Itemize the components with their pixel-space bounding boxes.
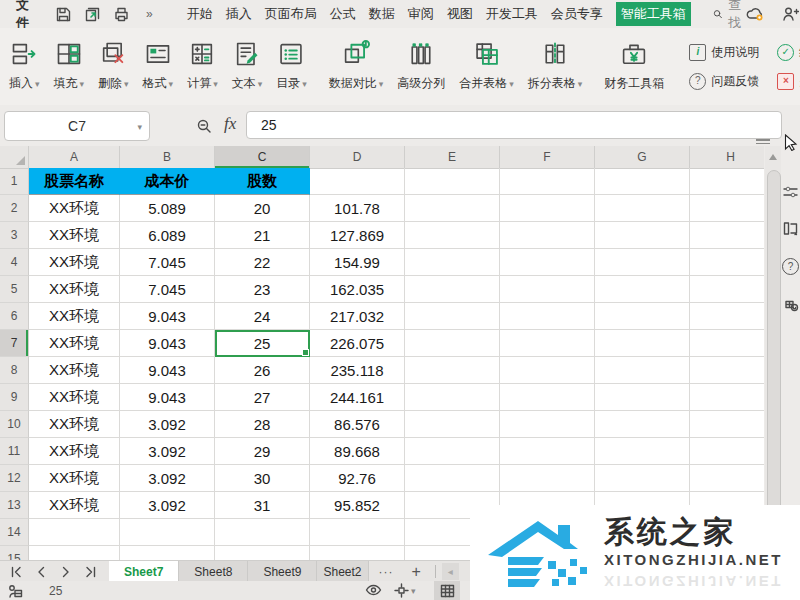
cell-A12[interactable]: XX环境 (29, 465, 120, 492)
first-sheet-icon[interactable] (10, 566, 22, 578)
split-handle[interactable] (756, 139, 770, 144)
column-header-c[interactable]: C (215, 146, 310, 169)
cell-H12[interactable] (690, 465, 764, 492)
column-header-e[interactable]: E (405, 146, 500, 169)
cell-F11[interactable] (500, 438, 595, 465)
tab-formulas[interactable]: 公式 (330, 5, 356, 23)
row-header-10[interactable]: 10 (0, 411, 29, 438)
cell-H6[interactable] (690, 303, 764, 330)
cell-D10[interactable]: 86.576 (310, 411, 405, 438)
row-header-1[interactable]: 1 (0, 168, 29, 195)
cell-E4[interactable] (405, 249, 500, 276)
cell-H1[interactable] (690, 168, 764, 195)
cell-F3[interactable] (500, 222, 595, 249)
name-box[interactable]: C7 ▾ (4, 111, 150, 141)
cell-A15[interactable] (29, 546, 120, 560)
cell-A4[interactable]: XX环境 (29, 249, 120, 276)
cell-C1[interactable]: 股数 (215, 168, 310, 195)
tab-smart-toolbox[interactable]: 智能工具箱 (616, 2, 691, 26)
cell-B3[interactable]: 6.089 (120, 222, 215, 249)
cell-G2[interactable] (595, 195, 690, 222)
cell-B2[interactable]: 5.089 (120, 195, 215, 222)
cell-G9[interactable] (595, 384, 690, 411)
toc-button[interactable]: 目录▾ (269, 28, 314, 105)
cell-D4[interactable]: 154.99 (310, 249, 405, 276)
cell-B5[interactable]: 7.045 (120, 276, 215, 303)
cell-E5[interactable] (405, 276, 500, 303)
cell-G12[interactable] (595, 465, 690, 492)
tab-split-handle[interactable] (435, 565, 436, 578)
cell-H10[interactable] (690, 411, 764, 438)
column-header-f[interactable]: F (500, 146, 595, 169)
cell-D6[interactable]: 217.032 (310, 303, 405, 330)
format-button[interactable]: 格式▾ (136, 28, 181, 105)
cell-C2[interactable]: 20 (215, 195, 310, 222)
print-icon[interactable] (113, 6, 130, 23)
cell-A5[interactable]: XX环境 (29, 276, 120, 303)
cell-G3[interactable] (595, 222, 690, 249)
cell-D11[interactable]: 89.668 (310, 438, 405, 465)
row-header-14[interactable]: 14 (0, 519, 29, 546)
cell-A13[interactable]: XX环境 (29, 492, 120, 519)
cell-G4[interactable] (595, 249, 690, 276)
cell-F2[interactable] (500, 195, 595, 222)
quick-access-overflow[interactable]: » (146, 7, 153, 21)
row-header-5[interactable]: 5 (0, 276, 29, 303)
row-header-13[interactable]: 13 (0, 492, 29, 519)
cell-B1[interactable]: 成本价 (120, 168, 215, 195)
cell-E8[interactable] (405, 357, 500, 384)
row-header-8[interactable]: 8 (0, 357, 29, 384)
row-header-11[interactable]: 11 (0, 438, 29, 465)
sheet-tab-sheet9[interactable]: Sheet9 (248, 561, 317, 582)
column-header-b[interactable]: B (120, 146, 215, 169)
help-guide-button[interactable]: i使用说明 (689, 44, 759, 61)
stamp-tool-icon[interactable] (783, 297, 799, 312)
cell-B12[interactable]: 3.092 (120, 465, 215, 492)
cell-A6[interactable]: XX环境 (29, 303, 120, 330)
cell-D7[interactable]: 226.075 (310, 330, 405, 357)
cell-E10[interactable] (405, 411, 500, 438)
cell-G8[interactable] (595, 357, 690, 384)
cell-F5[interactable] (500, 276, 595, 303)
cell-D13[interactable]: 95.852 (310, 492, 405, 519)
row-header-3[interactable]: 3 (0, 222, 29, 249)
cell-H11[interactable] (690, 438, 764, 465)
cell-D14[interactable] (310, 519, 405, 546)
column-header-a[interactable]: A (29, 146, 120, 169)
cell-C4[interactable]: 22 (215, 249, 310, 276)
sheet-tab-sheet7[interactable]: Sheet7 (109, 561, 179, 582)
swap-layout-icon[interactable] (783, 221, 798, 236)
fx-icon[interactable]: fx (224, 114, 236, 134)
settings-sliders-icon[interactable] (783, 185, 798, 199)
cell-H8[interactable] (690, 357, 764, 384)
export-icon[interactable] (84, 6, 101, 23)
merge-tables-button[interactable]: 合并表格▾ (452, 28, 521, 105)
cell-A10[interactable]: XX环境 (29, 411, 120, 438)
close-toolbox-button[interactable]: ×关闭 (777, 73, 800, 90)
visibility-icon[interactable] (365, 584, 382, 596)
row-header-4[interactable]: 4 (0, 249, 29, 276)
cell-G11[interactable] (595, 438, 690, 465)
row-header-7[interactable]: 7 (0, 330, 29, 357)
help-icon[interactable]: ? (782, 258, 799, 275)
row-header-15[interactable]: 15 (0, 546, 29, 560)
sheet-list-icon[interactable]: ··· (369, 561, 404, 582)
cloud-sync-icon[interactable] (746, 6, 766, 22)
prev-sheet-icon[interactable] (35, 566, 47, 578)
cell-F6[interactable] (500, 303, 595, 330)
cell-H3[interactable] (690, 222, 764, 249)
hscroll-left-icon[interactable]: ◂ (442, 563, 459, 580)
cell-F1[interactable] (500, 168, 595, 195)
cell-H9[interactable] (690, 384, 764, 411)
cell-D8[interactable]: 235.118 (310, 357, 405, 384)
cell-B10[interactable]: 3.092 (120, 411, 215, 438)
cell-E1[interactable] (405, 168, 500, 195)
cell-D2[interactable]: 101.78 (310, 195, 405, 222)
cell-F8[interactable] (500, 357, 595, 384)
cell-D1[interactable] (310, 168, 405, 195)
cell-B6[interactable]: 9.043 (120, 303, 215, 330)
cell-C14[interactable] (215, 519, 310, 546)
cell-B15[interactable] (120, 546, 215, 560)
renew-button[interactable]: ✓续费 (777, 44, 800, 61)
cell-E3[interactable] (405, 222, 500, 249)
